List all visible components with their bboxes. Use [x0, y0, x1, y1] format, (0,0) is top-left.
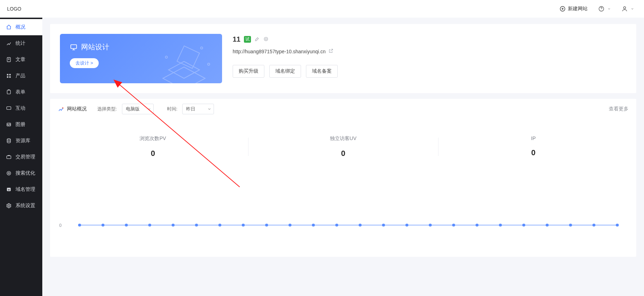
domain-bind-button[interactable]: 域名绑定	[269, 65, 301, 78]
sidebar-item-trade[interactable]: 交易管理	[0, 149, 42, 165]
stats-icon	[6, 40, 12, 47]
svg-rect-7	[7, 76, 8, 78]
svg-rect-5	[7, 74, 8, 75]
site-summary-card: 网站设计 去设计 > 11 试 http://huang897157type-1…	[50, 24, 636, 93]
chart-ytick-0: 0	[59, 223, 62, 228]
svg-point-64	[452, 224, 455, 226]
sidebar-item-album[interactable]: 图册	[0, 116, 42, 133]
chat-icon	[6, 105, 12, 111]
view-more-link[interactable]: 查看更多	[609, 106, 628, 112]
edit-site-name-button[interactable]	[254, 36, 260, 43]
svg-point-54	[218, 224, 221, 226]
chevron-down-icon	[607, 7, 611, 11]
svg-rect-8	[9, 76, 11, 78]
sidebar-item-article[interactable]: 文章	[0, 52, 42, 68]
sidebar-item-form[interactable]: 表单	[0, 84, 42, 100]
trend-chart: 0	[58, 218, 628, 246]
svg-rect-9	[7, 90, 10, 94]
svg-text:w: w	[7, 188, 10, 191]
sidebar-item-domain[interactable]: w 域名管理	[0, 181, 42, 198]
top-bar: LOGO 新建网站	[0, 0, 644, 18]
svg-rect-13	[7, 156, 11, 159]
design-tile: 网站设计 去设计 >	[60, 34, 222, 83]
home-icon	[6, 24, 12, 30]
svg-point-14	[7, 171, 11, 175]
type-select[interactable]: 电脑版	[122, 104, 154, 114]
product-icon	[6, 73, 12, 79]
stat-uv-label: 独立访客UV	[248, 135, 438, 142]
time-label: 时间:	[167, 106, 178, 112]
main-content: 网站设计 去设计 > 11 试 http://huang897157type-1…	[42, 18, 644, 296]
sidebar-item-overview[interactable]: 概况	[0, 19, 42, 35]
help-button[interactable]	[595, 4, 614, 14]
sidebar-item-label: 系统设置	[16, 203, 35, 209]
svg-point-57	[288, 224, 291, 226]
stat-pv-value: 0	[58, 149, 248, 158]
svg-point-58	[312, 224, 315, 226]
add-site-button[interactable]	[263, 36, 269, 43]
svg-point-12	[7, 139, 10, 140]
svg-point-65	[476, 224, 478, 226]
sidebar: 概况 统计 文章 产品 表单 互动 图册 资源库	[0, 18, 42, 296]
svg-point-2	[601, 10, 602, 10]
time-select[interactable]: 昨日	[182, 104, 214, 114]
new-site-button[interactable]: 新建网站	[557, 4, 590, 14]
form-icon	[6, 89, 12, 95]
svg-point-60	[358, 224, 361, 226]
go-design-button[interactable]: 去设计 >	[70, 58, 99, 68]
svg-point-50	[125, 224, 128, 226]
stat-pv: 浏览次数PV 0	[58, 135, 248, 158]
svg-point-69	[569, 224, 572, 226]
svg-point-22	[208, 63, 210, 65]
stat-uv: 独立访客UV 0	[248, 135, 438, 158]
svg-rect-23	[71, 44, 77, 48]
sidebar-item-label: 统计	[16, 40, 25, 47]
sidebar-item-label: 表单	[16, 89, 25, 95]
plus-circle-icon	[263, 36, 269, 42]
sidebar-item-interaction[interactable]: 互动	[0, 100, 42, 116]
type-select-value: 电脑版	[126, 106, 140, 111]
sidebar-item-settings[interactable]: 系统设置	[0, 198, 42, 214]
design-title: 网站设计	[81, 42, 109, 52]
svg-point-62	[405, 224, 408, 226]
svg-point-59	[335, 224, 338, 226]
brand-logo: LOGO	[7, 6, 21, 12]
svg-point-61	[382, 224, 385, 226]
buy-upgrade-button[interactable]: 购买升级	[233, 65, 264, 78]
stats-card: 网站概况 选择类型: 电脑版 时间: 昨日 查看更多 浏览次数PV 0	[50, 99, 636, 257]
svg-point-3	[624, 7, 626, 9]
stat-ip: IP 0	[438, 135, 628, 158]
svg-point-48	[78, 224, 81, 226]
sidebar-item-label: 文章	[16, 56, 25, 63]
sidebar-item-label: 资源库	[16, 138, 30, 144]
sidebar-item-label: 互动	[16, 105, 25, 111]
external-link-icon	[329, 48, 333, 53]
domain-beian-button[interactable]: 域名备案	[306, 65, 338, 78]
chart-svg	[68, 218, 628, 232]
site-url-link[interactable]: http://huang897157type-10.shanxiyunqi.cn	[233, 49, 326, 54]
svg-point-20	[165, 56, 167, 58]
domain-icon: w	[6, 186, 12, 193]
trade-icon	[6, 154, 12, 160]
sidebar-item-seo[interactable]: 搜索优化	[0, 165, 42, 181]
sidebar-item-label: 交易管理	[16, 154, 35, 160]
account-button[interactable]	[619, 4, 637, 14]
sidebar-item-label: 概况	[16, 24, 25, 30]
open-url-button[interactable]	[329, 48, 333, 54]
sidebar-item-stats[interactable]: 统计	[0, 35, 42, 52]
stats-title: 网站概况	[67, 106, 87, 112]
svg-point-63	[429, 224, 431, 226]
stat-pv-label: 浏览次数PV	[58, 135, 248, 142]
stat-uv-value: 0	[248, 149, 438, 158]
sidebar-item-product[interactable]: 产品	[0, 68, 42, 84]
svg-point-70	[593, 224, 595, 226]
svg-point-52	[172, 224, 174, 226]
svg-point-66	[499, 224, 502, 226]
sidebar-item-resources[interactable]: 资源库	[0, 133, 42, 149]
plus-circle-icon	[559, 6, 566, 12]
site-id: 11	[233, 35, 240, 43]
question-circle-icon	[598, 6, 605, 12]
stat-ip-label: IP	[438, 135, 628, 141]
target-icon	[6, 170, 12, 176]
svg-point-49	[102, 224, 104, 226]
